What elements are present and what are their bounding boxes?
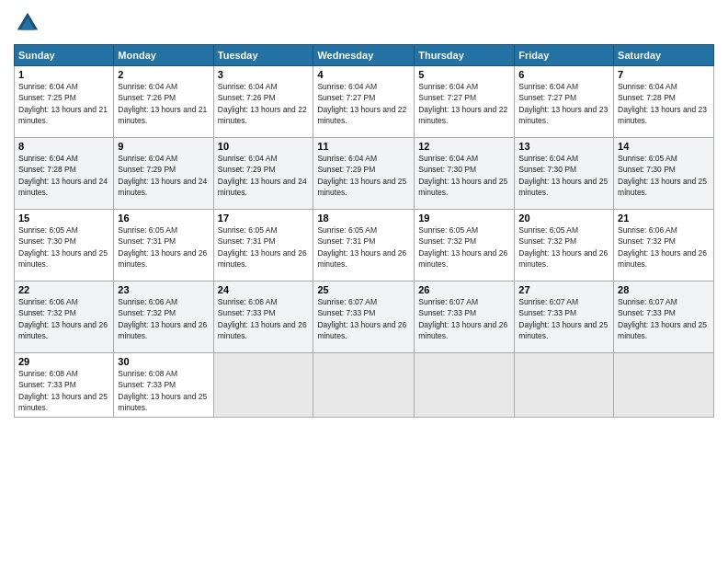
- day-number: 9: [118, 141, 209, 152]
- day-number: 28: [618, 284, 710, 295]
- calendar-table: SundayMondayTuesdayWednesdayThursdayFrid…: [14, 44, 714, 418]
- calendar-cell: 28 Sunrise: 6:07 AMSunset: 7:33 PMDaylig…: [614, 282, 714, 353]
- calendar-cell: 30 Sunrise: 6:08 AMSunset: 7:33 PMDaylig…: [114, 353, 213, 418]
- day-info: Sunrise: 6:07 AMSunset: 7:33 PMDaylight:…: [518, 297, 608, 340]
- day-number: 13: [518, 141, 609, 152]
- day-number: 5: [418, 69, 510, 80]
- col-header-monday: Monday: [114, 45, 213, 66]
- calendar-cell: 5 Sunrise: 6:04 AMSunset: 7:27 PMDayligh…: [415, 66, 515, 138]
- calendar-cell: 1 Sunrise: 6:04 AMSunset: 7:25 PMDayligh…: [15, 66, 114, 138]
- day-number: 2: [118, 69, 209, 80]
- day-number: 11: [317, 141, 410, 152]
- day-number: 10: [218, 141, 310, 152]
- day-number: 6: [518, 69, 609, 80]
- day-info: Sunrise: 6:05 AMSunset: 7:31 PMDaylight:…: [317, 225, 406, 269]
- day-info: Sunrise: 6:04 AMSunset: 7:28 PMDaylight:…: [618, 82, 707, 125]
- calendar-cell: 19 Sunrise: 6:05 AMSunset: 7:32 PMDaylig…: [415, 210, 515, 282]
- day-info: Sunrise: 6:06 AMSunset: 7:33 PMDaylight:…: [218, 297, 307, 340]
- calendar-cell: 29 Sunrise: 6:08 AMSunset: 7:33 PMDaylig…: [15, 353, 114, 418]
- calendar-cell: [614, 353, 714, 418]
- day-number: 21: [618, 213, 710, 224]
- day-number: 18: [317, 213, 410, 224]
- calendar-cell: 22 Sunrise: 6:06 AMSunset: 7:32 PMDaylig…: [15, 282, 114, 353]
- day-number: 29: [18, 356, 109, 367]
- day-info: Sunrise: 6:05 AMSunset: 7:31 PMDaylight:…: [218, 225, 307, 269]
- calendar-cell: 2 Sunrise: 6:04 AMSunset: 7:26 PMDayligh…: [114, 66, 213, 138]
- day-number: 7: [618, 69, 710, 80]
- calendar-cell: [313, 353, 415, 418]
- day-number: 24: [218, 284, 310, 295]
- calendar-cell: 17 Sunrise: 6:05 AMSunset: 7:31 PMDaylig…: [213, 210, 313, 282]
- day-info: Sunrise: 6:08 AMSunset: 7:33 PMDaylight:…: [118, 369, 207, 412]
- day-info: Sunrise: 6:05 AMSunset: 7:30 PMDaylight:…: [18, 225, 108, 269]
- day-number: 20: [518, 213, 609, 224]
- day-info: Sunrise: 6:04 AMSunset: 7:29 PMDaylight:…: [218, 154, 307, 197]
- day-info: Sunrise: 6:04 AMSunset: 7:26 PMDaylight:…: [218, 82, 307, 125]
- calendar-cell: [213, 353, 313, 418]
- day-number: 15: [18, 213, 109, 224]
- day-info: Sunrise: 6:05 AMSunset: 7:30 PMDaylight:…: [618, 154, 707, 197]
- day-number: 3: [218, 69, 310, 80]
- day-info: Sunrise: 6:04 AMSunset: 7:30 PMDaylight:…: [518, 154, 608, 197]
- day-number: 8: [18, 141, 109, 152]
- day-info: Sunrise: 6:04 AMSunset: 7:27 PMDaylight:…: [418, 82, 507, 125]
- calendar-week-2: 8 Sunrise: 6:04 AMSunset: 7:28 PMDayligh…: [15, 138, 714, 210]
- calendar-cell: 25 Sunrise: 6:07 AMSunset: 7:33 PMDaylig…: [313, 282, 415, 353]
- calendar-cell: 9 Sunrise: 6:04 AMSunset: 7:29 PMDayligh…: [114, 138, 213, 210]
- day-info: Sunrise: 6:06 AMSunset: 7:32 PMDaylight:…: [118, 297, 207, 340]
- calendar-cell: 21 Sunrise: 6:06 AMSunset: 7:32 PMDaylig…: [614, 210, 714, 282]
- calendar-cell: 24 Sunrise: 6:06 AMSunset: 7:33 PMDaylig…: [213, 282, 313, 353]
- calendar-cell: 11 Sunrise: 6:04 AMSunset: 7:29 PMDaylig…: [313, 138, 415, 210]
- calendar-cell: 6 Sunrise: 6:04 AMSunset: 7:27 PMDayligh…: [515, 66, 614, 138]
- day-info: Sunrise: 6:04 AMSunset: 7:27 PMDaylight:…: [518, 82, 608, 125]
- calendar-cell: 4 Sunrise: 6:04 AMSunset: 7:27 PMDayligh…: [313, 66, 415, 138]
- calendar-cell: 15 Sunrise: 6:05 AMSunset: 7:30 PMDaylig…: [15, 210, 114, 282]
- logo-icon: [14, 9, 41, 37]
- calendar-header-row: SundayMondayTuesdayWednesdayThursdayFrid…: [15, 45, 714, 66]
- day-info: Sunrise: 6:07 AMSunset: 7:33 PMDaylight:…: [317, 297, 406, 340]
- calendar-cell: 27 Sunrise: 6:07 AMSunset: 7:33 PMDaylig…: [515, 282, 614, 353]
- calendar-cell: 10 Sunrise: 6:04 AMSunset: 7:29 PMDaylig…: [213, 138, 313, 210]
- calendar-cell: 8 Sunrise: 6:04 AMSunset: 7:28 PMDayligh…: [15, 138, 114, 210]
- col-header-friday: Friday: [515, 45, 614, 66]
- day-number: 23: [118, 284, 209, 295]
- calendar-cell: 16 Sunrise: 6:05 AMSunset: 7:31 PMDaylig…: [114, 210, 213, 282]
- day-info: Sunrise: 6:06 AMSunset: 7:32 PMDaylight:…: [18, 297, 108, 340]
- calendar-cell: [415, 353, 515, 418]
- calendar-cell: 13 Sunrise: 6:04 AMSunset: 7:30 PMDaylig…: [515, 138, 614, 210]
- col-header-tuesday: Tuesday: [213, 45, 313, 66]
- header: [14, 9, 714, 37]
- day-info: Sunrise: 6:06 AMSunset: 7:32 PMDaylight:…: [618, 225, 707, 269]
- calendar-week-4: 22 Sunrise: 6:06 AMSunset: 7:32 PMDaylig…: [15, 282, 714, 353]
- day-number: 4: [317, 69, 410, 80]
- calendar-week-1: 1 Sunrise: 6:04 AMSunset: 7:25 PMDayligh…: [15, 66, 714, 138]
- calendar-cell: 14 Sunrise: 6:05 AMSunset: 7:30 PMDaylig…: [614, 138, 714, 210]
- calendar-cell: [515, 353, 614, 418]
- day-number: 16: [118, 213, 209, 224]
- day-info: Sunrise: 6:08 AMSunset: 7:33 PMDaylight:…: [18, 369, 108, 412]
- calendar-cell: 3 Sunrise: 6:04 AMSunset: 7:26 PMDayligh…: [213, 66, 313, 138]
- logo: [14, 9, 45, 37]
- day-number: 12: [418, 141, 510, 152]
- day-info: Sunrise: 6:04 AMSunset: 7:30 PMDaylight:…: [418, 154, 507, 197]
- calendar-cell: 20 Sunrise: 6:05 AMSunset: 7:32 PMDaylig…: [515, 210, 614, 282]
- day-number: 25: [317, 284, 410, 295]
- calendar-cell: 18 Sunrise: 6:05 AMSunset: 7:31 PMDaylig…: [313, 210, 415, 282]
- day-number: 22: [18, 284, 109, 295]
- col-header-saturday: Saturday: [614, 45, 714, 66]
- col-header-wednesday: Wednesday: [313, 45, 415, 66]
- calendar-cell: 23 Sunrise: 6:06 AMSunset: 7:32 PMDaylig…: [114, 282, 213, 353]
- day-info: Sunrise: 6:05 AMSunset: 7:32 PMDaylight:…: [518, 225, 608, 269]
- calendar-cell: 12 Sunrise: 6:04 AMSunset: 7:30 PMDaylig…: [415, 138, 515, 210]
- day-info: Sunrise: 6:05 AMSunset: 7:31 PMDaylight:…: [118, 225, 207, 269]
- day-info: Sunrise: 6:05 AMSunset: 7:32 PMDaylight:…: [418, 225, 507, 269]
- day-number: 14: [618, 141, 710, 152]
- calendar-week-5: 29 Sunrise: 6:08 AMSunset: 7:33 PMDaylig…: [15, 353, 714, 418]
- col-header-sunday: Sunday: [15, 45, 114, 66]
- calendar-cell: 7 Sunrise: 6:04 AMSunset: 7:28 PMDayligh…: [614, 66, 714, 138]
- calendar-week-3: 15 Sunrise: 6:05 AMSunset: 7:30 PMDaylig…: [15, 210, 714, 282]
- day-number: 26: [418, 284, 510, 295]
- day-info: Sunrise: 6:04 AMSunset: 7:25 PMDaylight:…: [18, 82, 108, 125]
- day-info: Sunrise: 6:04 AMSunset: 7:29 PMDaylight:…: [118, 154, 207, 197]
- day-info: Sunrise: 6:04 AMSunset: 7:29 PMDaylight:…: [317, 154, 406, 197]
